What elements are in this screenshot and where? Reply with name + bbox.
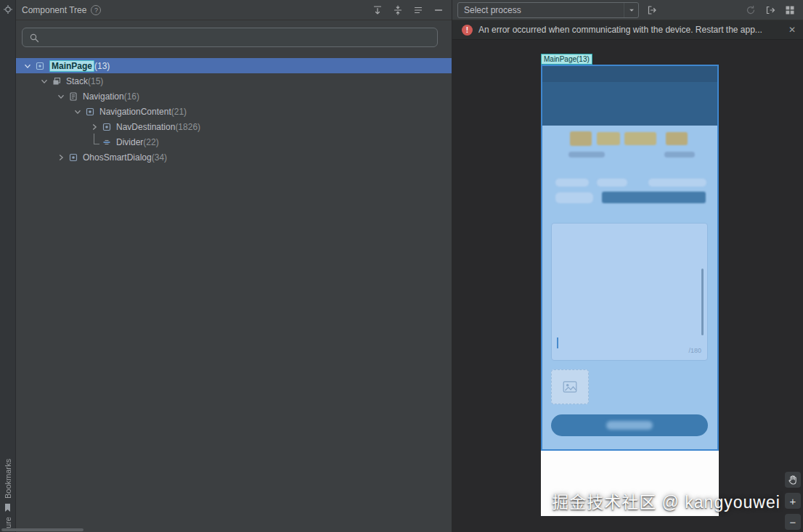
chevron-down-icon[interactable]: [72, 106, 83, 118]
error-notification: ! An error occurred when communicating w…: [452, 20, 803, 40]
bookmark-icon[interactable]: [4, 503, 12, 512]
chevron-down-icon[interactable]: [55, 91, 67, 102]
layout-grid-icon[interactable]: [784, 4, 796, 16]
component-highlight-overlay[interactable]: [541, 65, 719, 451]
error-message: An error occurred when communicating wit…: [478, 25, 781, 35]
chevron-right-icon[interactable]: [55, 152, 67, 163]
chevron-down-icon: [624, 3, 638, 17]
tree-node-suffix: (15): [88, 76, 103, 86]
pan-hand-button[interactable]: [785, 472, 801, 488]
tree-node-label: Navigation: [83, 91, 124, 102]
stack-icon: [51, 75, 62, 87]
expand-all-icon[interactable]: [372, 4, 383, 16]
component-icon: [101, 121, 113, 133]
chevron-right-icon[interactable]: [89, 121, 100, 133]
search-input[interactable]: [44, 33, 431, 43]
error-icon: !: [462, 25, 473, 36]
hide-panel-icon[interactable]: [433, 4, 444, 16]
zoom-controls: + −: [785, 472, 801, 530]
device-screen-area: MainPage(13): [452, 40, 803, 532]
tree-node-suffix: (16): [124, 91, 139, 102]
zoom-out-button[interactable]: −: [785, 514, 801, 530]
tree-node-label: MainPage: [49, 60, 94, 72]
tree-node-suffix: (21): [171, 107, 187, 117]
component-tree-panel: Component Tree ?: [16, 0, 452, 532]
chevron-down-icon[interactable]: [22, 60, 33, 72]
zoom-in-button[interactable]: +: [785, 493, 801, 509]
component-icon: [68, 152, 79, 163]
inspector-tool-icon[interactable]: [3, 4, 13, 15]
component-tree: MainPage (13) Stack (15): [16, 53, 452, 532]
view-options-icon[interactable]: [412, 4, 424, 16]
tree-node-label: Stack: [66, 76, 88, 86]
tool-stripe-bookmarks[interactable]: Bookmarks: [4, 459, 12, 499]
tree-node-suffix: (13): [94, 61, 110, 71]
watermark-text: 掘金技术社区 @ kangyouwei: [534, 488, 799, 513]
component-tree-header: Component Tree ?: [16, 0, 452, 20]
panel-title: Component Tree: [22, 5, 86, 15]
component-highlight-label: MainPage(13): [541, 54, 592, 65]
tree-node-divider[interactable]: Divider (22): [16, 134, 452, 150]
tree-node-label: NavigationContent: [99, 107, 171, 117]
component-icon: [84, 106, 96, 118]
tree-node-label: OhosSmartDialog: [83, 152, 152, 163]
close-icon[interactable]: ✕: [787, 25, 797, 35]
tree-node-ohossmartdialog[interactable]: OhosSmartDialog (34): [16, 150, 452, 165]
tool-stripe: Bookmarks ture: [0, 0, 16, 532]
tree-node-navdestination[interactable]: NavDestination (1826): [16, 119, 452, 134]
device-panel: Select process !: [452, 0, 803, 532]
tree-node-navigation[interactable]: Navigation (16): [16, 89, 452, 104]
navigation-icon: [68, 91, 79, 102]
process-selector-value: Select process: [458, 5, 624, 15]
refresh-icon[interactable]: [745, 4, 757, 16]
tree-node-suffix: (22): [143, 137, 158, 147]
component-icon: [34, 60, 46, 72]
tree-node-suffix: (1826): [175, 122, 200, 132]
tree-node-suffix: (34): [152, 152, 167, 163]
tree-node-mainpage[interactable]: MainPage (13): [16, 58, 452, 73]
attach-process-icon[interactable]: [646, 4, 658, 16]
horizontal-scrollbar-thumb[interactable]: [1, 528, 83, 531]
chevron-down-icon[interactable]: [38, 75, 50, 87]
process-selector[interactable]: Select process: [457, 2, 639, 18]
tree-node-stack[interactable]: Stack (15): [16, 73, 452, 89]
help-icon[interactable]: ?: [91, 5, 101, 15]
device-toolbar: Select process: [452, 0, 803, 20]
search-icon: [29, 33, 39, 43]
tree-node-navigationcontent[interactable]: NavigationContent (21): [16, 104, 452, 119]
divider-icon: [101, 136, 113, 148]
tree-search-box[interactable]: [22, 28, 438, 47]
tree-branch-connector: [89, 136, 100, 148]
collapse-all-icon[interactable]: [392, 4, 404, 16]
ide-window: Bookmarks ture Component Tree ?: [0, 0, 803, 532]
tree-node-label: Divider: [116, 137, 143, 147]
export-icon[interactable]: [765, 4, 776, 16]
device-screen-mirror[interactable]: /180: [541, 65, 719, 516]
tree-node-label: NavDestination: [116, 122, 175, 132]
